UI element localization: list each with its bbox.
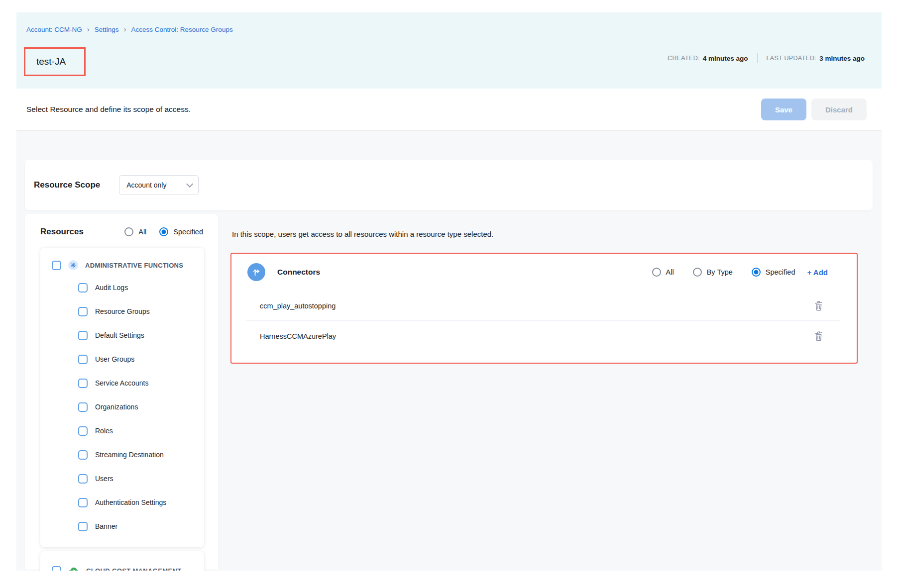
resources-header: Resources All Specified: [25, 214, 218, 237]
radio-checked-icon[interactable]: [752, 268, 761, 277]
checkbox-organizations[interactable]: [78, 402, 88, 412]
connectors-header: Connectors All By Type Specified: [231, 254, 857, 291]
gear-icon: [68, 260, 78, 270]
resource-item-user-groups: User Groups: [40, 347, 204, 371]
toolbar-actions: Save Discard: [761, 98, 867, 120]
page-title: test-JA: [36, 56, 66, 67]
connectors-scope-radios: All By Type Specified: [652, 268, 795, 277]
checkbox-resource-groups[interactable]: [78, 307, 88, 316]
radio-connectors-all[interactable]: All: [652, 268, 674, 277]
chevron-right-icon: ›: [87, 25, 90, 34]
resources-scope-radios: All Specified: [124, 227, 203, 236]
toolbar: Select Resource and define its scope of …: [16, 89, 882, 131]
delete-connector-button[interactable]: [811, 298, 826, 313]
checkbox-default-settings[interactable]: [78, 331, 88, 340]
created-label: CREATED:: [668, 55, 700, 62]
connector-row-harness-ccm-azure-play: HarnessCCMAzurePlay: [231, 321, 857, 351]
resource-scope-card: Resource Scope Account only: [25, 160, 873, 210]
resources-panel: Resources All Specified: [25, 214, 218, 570]
cloud-cost-management-card: $ CLOUD COST MANAGEMENT: [40, 551, 204, 571]
radio-resources-all[interactable]: All: [124, 227, 146, 236]
resource-scope-dropdown[interactable]: Account only: [119, 175, 199, 195]
resource-scope-selected: Account only: [126, 181, 166, 189]
checkbox-audit-logs[interactable]: [78, 283, 88, 293]
toolbar-description: Select Resource and define its scope of …: [26, 105, 191, 114]
radio-icon[interactable]: [124, 227, 133, 236]
branch-arrows-icon: [247, 263, 265, 281]
resource-item-resource-groups: Resource Groups: [40, 299, 204, 323]
connector-name: ccm_play_autostopping: [260, 302, 336, 310]
resource-item-banner: Banner: [40, 514, 204, 538]
connector-row-ccm-play-autostopping: ccm_play_autostopping: [231, 291, 857, 321]
breadcrumb-settings[interactable]: Settings: [95, 26, 119, 33]
resource-group-title-highlight: test-JA: [24, 47, 86, 76]
discard-button[interactable]: Discard: [811, 98, 867, 120]
breadcrumb-resource-groups[interactable]: Access Control: Resource Groups: [131, 26, 233, 33]
trash-icon: [813, 330, 824, 342]
add-connector-button[interactable]: + Add: [807, 268, 828, 277]
checkbox-users[interactable]: [78, 474, 88, 484]
radio-connectors-specified[interactable]: Specified: [752, 268, 795, 277]
connector-name: HarnessCCMAzurePlay: [260, 332, 336, 340]
group-row-cloud-cost-management: $ CLOUD COST MANAGEMENT: [40, 560, 204, 571]
cloud-dollar-icon: $: [68, 567, 79, 571]
checkbox-roles[interactable]: [78, 426, 88, 436]
page-header: Account: CCM-NG › Settings › Access Cont…: [16, 12, 882, 89]
connectors-section-highlight: Connectors All By Type Specified: [230, 253, 858, 364]
resources-title: Resources: [40, 227, 84, 237]
resource-item-audit-logs: Audit Logs: [40, 276, 204, 299]
checkbox-service-accounts[interactable]: [78, 379, 88, 388]
radio-icon[interactable]: [693, 268, 702, 277]
resource-item-organizations: Organizations: [40, 395, 204, 419]
svg-text:$: $: [73, 569, 76, 571]
checkbox-admin-functions[interactable]: [52, 261, 61, 270]
checkbox-banner[interactable]: [78, 522, 88, 531]
created-value: 4 minutes ago: [703, 55, 748, 62]
group-row-admin-functions: ADMINISTRATIVE FUNCTIONS: [40, 255, 204, 276]
resource-item-default-settings: Default Settings: [40, 323, 204, 347]
radio-checked-icon[interactable]: [159, 227, 168, 236]
timestamps: CREATED: 4 minutes ago LAST UPDATED: 3 m…: [668, 53, 865, 63]
divider: [757, 53, 758, 63]
resource-item-roles: Roles: [40, 419, 204, 443]
radio-connectors-by-type[interactable]: By Type: [693, 268, 733, 277]
resource-scope-label: Resource Scope: [34, 180, 100, 190]
checkbox-user-groups[interactable]: [78, 355, 88, 364]
chevron-right-icon: ›: [124, 25, 126, 34]
admin-functions-card: ADMINISTRATIVE FUNCTIONS Audit Logs Reso…: [40, 248, 204, 547]
resource-item-service-accounts: Service Accounts: [40, 371, 204, 395]
page-container: Account: CCM-NG › Settings › Access Cont…: [16, 12, 882, 571]
last-updated-label: LAST UPDATED:: [767, 55, 817, 62]
resource-item-users: Users: [40, 467, 204, 490]
breadcrumb-account[interactable]: Account: CCM-NG: [26, 26, 82, 33]
delete-connector-button[interactable]: [811, 329, 826, 344]
checkbox-streaming-destination[interactable]: [78, 450, 88, 460]
trash-icon: [813, 300, 824, 311]
connectors-title: Connectors: [277, 268, 320, 277]
resource-item-streaming-destination: Streaming Destination: [40, 443, 204, 467]
checkbox-cloud-cost-management[interactable]: [52, 566, 61, 571]
radio-icon[interactable]: [652, 268, 661, 277]
radio-resources-specified[interactable]: Specified: [159, 227, 203, 236]
checkbox-authentication-settings[interactable]: [78, 498, 88, 507]
breadcrumb: Account: CCM-NG › Settings › Access Cont…: [26, 25, 233, 34]
resource-item-authentication-settings: Authentication Settings: [40, 490, 204, 514]
chevron-down-icon: [186, 181, 193, 188]
last-updated-value: 3 minutes ago: [819, 55, 865, 62]
scope-hint-text: In this scope, users get access to all r…: [232, 230, 493, 238]
save-button[interactable]: Save: [761, 98, 806, 120]
body-area: Resource Scope Account only Resources Al…: [16, 131, 882, 571]
